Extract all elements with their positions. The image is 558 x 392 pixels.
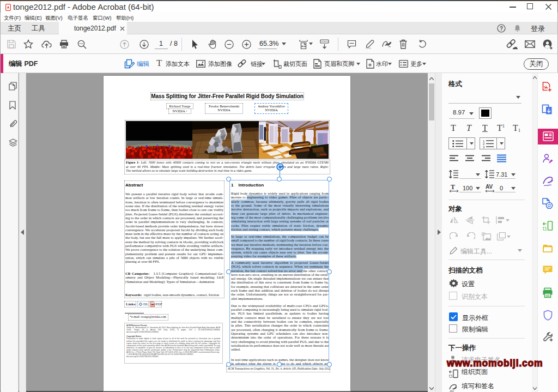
svg-text:?: ?	[500, 26, 503, 32]
svg-text:3: 3	[483, 146, 485, 149]
svg-text:T: T	[451, 184, 455, 191]
svg-text:AV: AV	[486, 184, 493, 190]
